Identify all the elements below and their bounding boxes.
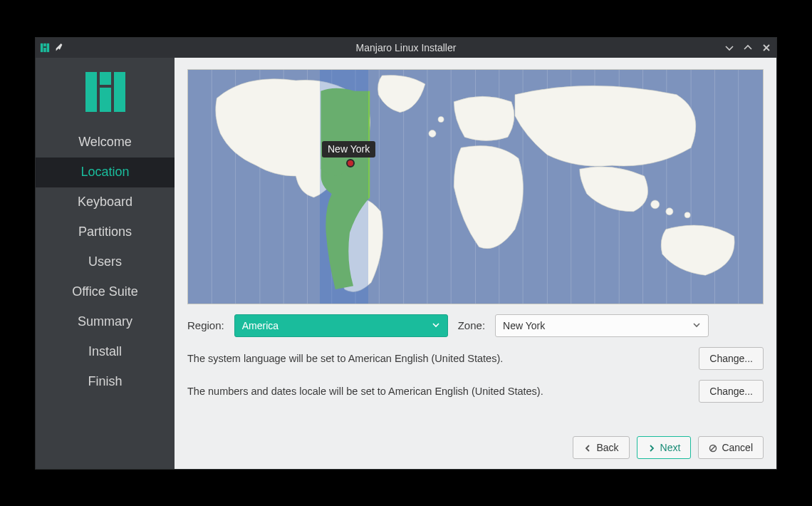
manjaro-logo xyxy=(84,71,127,113)
close-button[interactable] xyxy=(761,42,772,53)
language-notice: The system language will be set to Ameri… xyxy=(187,353,503,364)
svg-rect-6 xyxy=(100,88,111,112)
change-locale-button[interactable]: Change... xyxy=(699,380,764,403)
region-label: Region: xyxy=(187,319,224,331)
next-button[interactable]: Next xyxy=(637,436,692,459)
app-icon xyxy=(40,43,50,53)
svg-rect-2 xyxy=(43,48,46,52)
cancel-icon xyxy=(709,443,717,452)
region-select[interactable]: America xyxy=(234,314,448,337)
content-area: New York Region: America Zone: New York xyxy=(175,58,776,469)
chevron-left-icon xyxy=(583,443,592,452)
svg-rect-7 xyxy=(114,72,125,112)
minimize-button[interactable] xyxy=(724,42,735,53)
svg-point-33 xyxy=(666,207,673,215)
cancel-button[interactable]: Cancel xyxy=(698,436,764,459)
timezone-map[interactable]: New York xyxy=(187,69,764,304)
svg-rect-3 xyxy=(47,43,50,51)
svg-point-35 xyxy=(429,130,436,137)
svg-rect-5 xyxy=(100,72,111,85)
change-language-button[interactable]: Change... xyxy=(699,347,764,370)
sidebar-step-keyboard[interactable]: Keyboard xyxy=(36,187,175,217)
sidebar-step-welcome[interactable]: Welcome xyxy=(36,128,175,158)
installer-window: Manjaro Linux Installer xyxy=(36,38,776,469)
map-pin-icon xyxy=(346,159,355,167)
titlebar: Manjaro Linux Installer xyxy=(36,38,776,58)
svg-line-38 xyxy=(711,446,715,450)
sidebar-step-partitions[interactable]: Partitions xyxy=(36,217,175,247)
sidebar-step-summary[interactable]: Summary xyxy=(36,307,175,337)
zone-label: Zone: xyxy=(458,319,485,331)
region-value: America xyxy=(242,320,279,331)
svg-point-36 xyxy=(438,116,444,122)
zone-value: New York xyxy=(503,320,545,331)
chevron-down-icon xyxy=(692,320,701,331)
pin-icon[interactable] xyxy=(54,43,64,53)
chevron-down-icon xyxy=(432,320,440,331)
sidebar-step-install[interactable]: Install xyxy=(36,337,175,367)
back-button[interactable]: Back xyxy=(573,436,629,459)
window-title: Manjaro Linux Installer xyxy=(356,42,457,53)
svg-point-34 xyxy=(685,212,690,217)
sidebar-step-finish[interactable]: Finish xyxy=(36,367,175,397)
sidebar-step-office-suite[interactable]: Office Suite xyxy=(36,277,175,307)
chevron-right-icon xyxy=(647,443,656,452)
sidebar-step-users[interactable]: Users xyxy=(36,247,175,277)
svg-rect-1 xyxy=(43,43,46,46)
svg-rect-4 xyxy=(85,72,97,112)
sidebar: WelcomeLocationKeyboardPartitionsUsersOf… xyxy=(36,58,175,469)
zone-select[interactable]: New York xyxy=(495,314,709,337)
svg-rect-0 xyxy=(41,43,43,51)
svg-point-32 xyxy=(651,200,660,208)
map-city-label: New York xyxy=(322,141,375,158)
locale-notice: The numbers and dates locale will be set… xyxy=(187,386,543,397)
sidebar-step-location[interactable]: Location xyxy=(36,158,175,187)
maximize-button[interactable] xyxy=(742,42,754,53)
